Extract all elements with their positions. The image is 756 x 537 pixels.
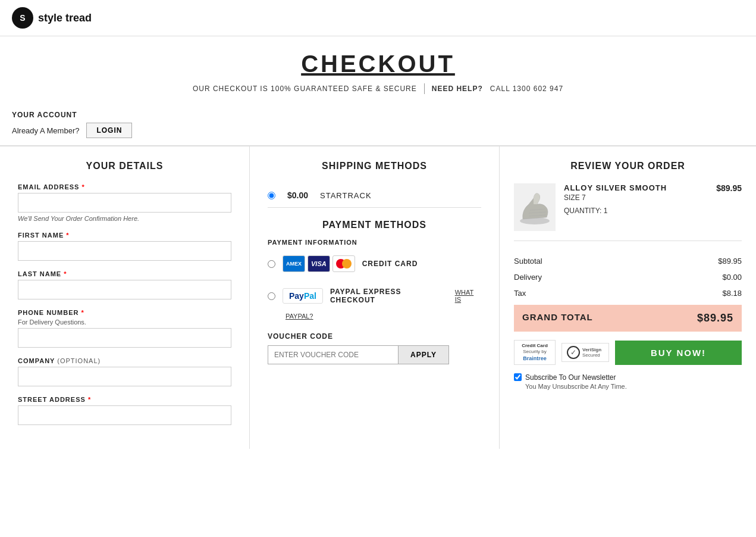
account-row: Already A Member? LOGIN: [12, 123, 744, 138]
verisign-check-icon: ✓: [567, 346, 580, 359]
review-order-title: REVIEW YOUR ORDER: [514, 161, 742, 171]
help-phone: CALL 1300 602 947: [490, 85, 563, 93]
email-required: *: [82, 183, 85, 191]
voucher-input[interactable]: [268, 345, 399, 364]
paypal-sub-link[interactable]: PAYPAL?: [286, 313, 313, 320]
newsletter-label: Subscribe To Our Newsletter: [525, 373, 627, 382]
payment-card-icons: AMEX VISA: [283, 255, 355, 272]
what-is-paypal-link[interactable]: WHAT IS: [455, 289, 481, 303]
login-button[interactable]: LOGIN: [86, 123, 132, 138]
delivery-label: Delivery: [514, 273, 542, 282]
subtotal-label: Subtotal: [514, 257, 542, 266]
braintree-badge: Credit Card Security by Braintree: [514, 340, 556, 365]
payment-title: PAYMENT METHODS: [268, 220, 481, 230]
shipping-price: $0.00: [287, 191, 308, 200]
security-bar: OUR CHECKOUT IS 100% GUARANTEED SAFE & S…: [12, 83, 744, 94]
first-name-group: FIRST NAME *: [18, 232, 231, 261]
street-label: STREET ADDRESS *: [18, 396, 231, 403]
phone-group: PHONE NUMBER * For Delivery Questions.: [18, 309, 231, 348]
logo-icon: S: [12, 7, 33, 29]
order-summary: Subtotal $89.95 Delivery $0.00 Tax $8.18…: [514, 253, 742, 332]
subtotal-row: Subtotal $89.95: [514, 253, 742, 269]
paypal-label: PAYPAL EXPRESS CHECKOUT: [330, 288, 448, 304]
tax-label: Tax: [514, 289, 526, 298]
credit-card-option: AMEX VISA CREDIT CARD: [268, 252, 481, 276]
newsletter-sub: You May Unsubscribe At Any Time.: [525, 383, 627, 390]
tax-row: Tax $8.18: [514, 285, 742, 301]
member-text: Already A Member?: [12, 126, 79, 135]
company-optional: (Optional): [57, 357, 101, 364]
trust-badges-row: Credit Card Security by Braintree ✓ Veri…: [514, 340, 742, 365]
voucher-row: APPLY: [268, 345, 481, 364]
street-input[interactable]: [18, 405, 231, 425]
payment-info-label: PAYMENT INFORMATION: [268, 239, 481, 246]
phone-input[interactable]: [18, 328, 231, 348]
your-details-section: YOUR DETAILS EMAIL ADDRESS * We'll Send …: [0, 146, 250, 449]
paypal-radio[interactable]: [268, 292, 275, 300]
shoe-svg: [517, 186, 553, 228]
item-quantity: QUANTITY: 1: [564, 207, 708, 215]
account-label: YOUR ACCOUNT: [12, 111, 744, 119]
shipping-payment-section: SHIPPING METHODS $0.00 STARTRACK PAYMENT…: [250, 146, 500, 449]
shipping-option-startrack: $0.00 STARTRACK: [268, 183, 481, 208]
street-required: *: [88, 396, 91, 403]
verisign-badge: ✓ VeriSign Secured: [561, 343, 609, 362]
voucher-section: VOUCHER CODE APPLY: [268, 332, 481, 364]
last-name-input[interactable]: [18, 280, 231, 299]
first-name-required: *: [66, 232, 69, 239]
need-help-label: NEED HELP?: [432, 85, 483, 93]
brand-name: style tread: [38, 12, 92, 24]
newsletter-checkbox[interactable]: [514, 373, 522, 381]
street-group: STREET ADDRESS *: [18, 396, 231, 425]
security-text: OUR CHECKOUT IS 100% GUARANTEED SAFE & S…: [193, 85, 417, 93]
order-item: ALLOY SILVER SMOOTH SIZE 7 QUANTITY: 1 $…: [514, 183, 742, 241]
logo: S style tread: [12, 7, 744, 29]
shipping-name: STARTRACK: [320, 191, 372, 200]
last-name-group: LAST NAME *: [18, 270, 231, 299]
review-order-section: REVIEW YOUR ORDER ALLOY SILVER SMOOTH SI…: [500, 146, 756, 449]
phone-hint: For Delivery Questions.: [18, 319, 231, 326]
page-title: CHECKOUT: [12, 51, 744, 77]
buy-now-button[interactable]: BUY NOW!: [615, 341, 742, 365]
divider: [424, 83, 425, 94]
company-label: COMPANY (Optional): [18, 357, 231, 364]
main-content: YOUR DETAILS EMAIL ADDRESS * We'll Send …: [0, 146, 756, 449]
phone-label: PHONE NUMBER *: [18, 309, 231, 316]
item-name: ALLOY SILVER SMOOTH: [564, 183, 708, 192]
email-input[interactable]: [18, 193, 231, 213]
tax-value: $8.18: [722, 289, 742, 298]
page-title-section: CHECKOUT OUR CHECKOUT IS 100% GUARANTEED…: [0, 36, 756, 104]
first-name-input[interactable]: [18, 241, 231, 261]
account-section: YOUR ACCOUNT Already A Member? LOGIN: [0, 104, 756, 146]
paypal-logo: PayPal: [283, 288, 323, 304]
newsletter-row: Subscribe To Our Newsletter You May Unsu…: [514, 373, 742, 390]
email-group: EMAIL ADDRESS * We'll Send Your Order Co…: [18, 183, 231, 222]
email-label: EMAIL ADDRESS *: [18, 183, 231, 191]
your-details-title: YOUR DETAILS: [18, 161, 231, 171]
header: S style tread: [0, 0, 756, 36]
email-hint: We'll Send Your Order Confirmation Here.: [18, 215, 231, 222]
credit-card-label: CREDIT CARD: [362, 260, 418, 268]
item-size: SIZE 7: [564, 193, 708, 202]
credit-card-radio[interactable]: [268, 260, 275, 268]
last-name-label: LAST NAME *: [18, 270, 231, 277]
voucher-label: VOUCHER CODE: [268, 332, 481, 341]
paypal-option: PayPal PAYPAL EXPRESS CHECKOUT WHAT IS: [268, 284, 481, 308]
delivery-value: $0.00: [722, 273, 742, 282]
phone-required: *: [81, 309, 84, 316]
last-name-required: *: [64, 270, 67, 277]
grand-total-row: GRAND TOTAL $89.95: [514, 305, 742, 332]
item-image: [514, 183, 556, 231]
grand-total-label: GRAND TOTAL: [522, 312, 593, 324]
amex-icon: AMEX: [283, 255, 305, 272]
apply-button[interactable]: APPLY: [399, 345, 449, 364]
visa-icon: VISA: [308, 255, 330, 272]
grand-total-value: $89.95: [697, 312, 733, 324]
first-name-label: FIRST NAME *: [18, 232, 231, 239]
shipping-title: SHIPPING METHODS: [268, 161, 481, 171]
shipping-radio-startrack[interactable]: [268, 192, 275, 199]
item-price: $89.95: [716, 183, 742, 193]
company-input[interactable]: [18, 367, 231, 386]
mastercard-icon: [332, 255, 355, 272]
company-group: COMPANY (Optional): [18, 357, 231, 386]
